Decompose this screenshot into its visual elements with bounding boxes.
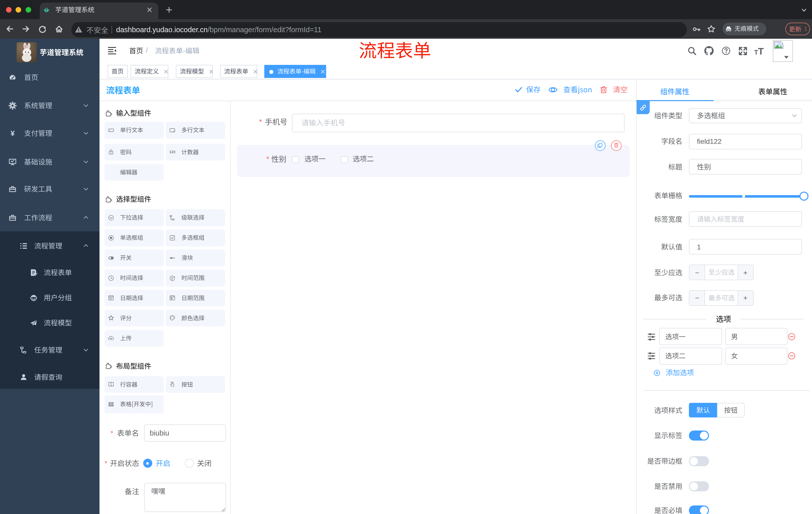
svg-text:T: T bbox=[754, 49, 758, 56]
svg-text:123: 123 bbox=[169, 150, 175, 154]
svg-text:¥: ¥ bbox=[10, 129, 15, 137]
svg-text:T: T bbox=[758, 46, 764, 57]
